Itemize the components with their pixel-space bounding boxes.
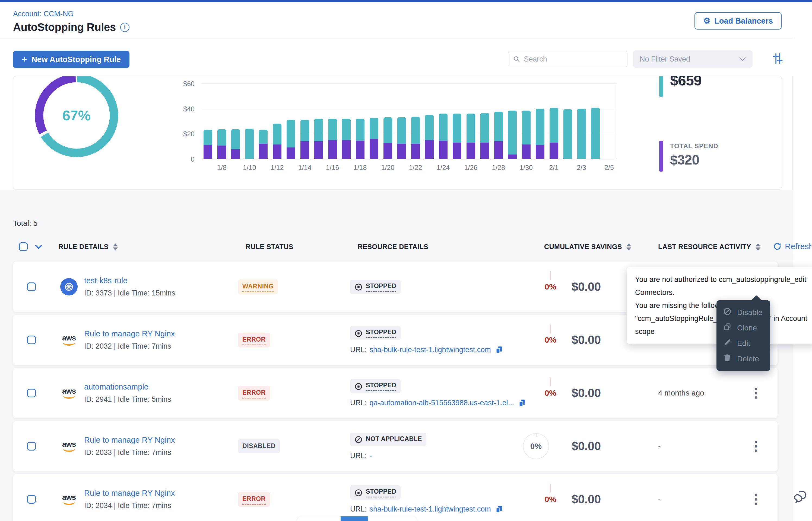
row-checkbox[interactable] [27, 336, 36, 344]
url-label: URL: [350, 505, 367, 514]
row-checkbox[interactable] [27, 282, 36, 291]
account-breadcrumb[interactable]: Account: CCM-NG [13, 10, 74, 18]
x-axis-tick: 2/1 [549, 164, 558, 172]
resource-state-badge: STOPPED [350, 379, 401, 393]
new-autostopping-rule-button[interactable]: + New AutoStopping Rule [13, 51, 129, 68]
pagination-active-page[interactable] [341, 516, 368, 521]
rule-name-link[interactable]: Rule to manage RY Nginx [84, 436, 175, 445]
stacked-bar-1/29 [508, 111, 517, 159]
x-axis-tick: 1/20 [381, 164, 394, 172]
stacked-bar-1/21 [397, 117, 406, 159]
pagination-bar [297, 516, 416, 521]
savings-percentage-label: 67% [32, 76, 121, 160]
filter-panel-button[interactable] [771, 52, 784, 65]
load-balancers-button[interactable]: ⚙ Load Balancers [695, 12, 782, 29]
url-label: URL: [350, 399, 367, 407]
row-checkbox[interactable] [27, 495, 36, 504]
menu-item-delete[interactable]: Delete [717, 351, 770, 366]
rule-status-badge: WARNING [238, 279, 278, 294]
resource-url-link[interactable]: - [370, 452, 372, 460]
stacked-bar-1/12 [273, 123, 281, 159]
savings-percent: 0% [545, 335, 556, 344]
savings-percent: 0% [523, 433, 549, 459]
column-header-last-resource-activity[interactable]: LAST RESOURCE ACTIVITY [658, 243, 761, 251]
sort-icon[interactable] [755, 244, 761, 250]
row-menu-kebab[interactable] [750, 493, 761, 506]
row-checkbox[interactable] [27, 442, 36, 451]
stacked-bar-1/18 [356, 119, 364, 159]
table-header-row: RULE DETAILSRULE STATUSRESOURCE DETAILSC… [0, 240, 793, 257]
stacked-bar-1/20 [383, 117, 392, 159]
copy-icon[interactable] [495, 346, 503, 354]
savings-amount: $0.00 [572, 386, 601, 400]
page-title: AutoStopping Rules [13, 21, 116, 33]
rule-name-link[interactable]: Rule to manage RY Nginx [84, 489, 175, 498]
resource-url-row: URL:- [350, 452, 372, 460]
row-checkbox[interactable] [27, 389, 36, 398]
y-axis-tick: $20 [175, 130, 195, 138]
saved-filter-dropdown[interactable]: No Filter Saved [633, 50, 752, 68]
copy-icon[interactable] [495, 505, 503, 514]
x-axis-tick: 1/28 [492, 164, 505, 172]
stacked-bar-1/9 [231, 129, 240, 159]
row-menu-kebab[interactable] [750, 440, 761, 453]
stacked-bar-1/24 [439, 114, 448, 159]
stopped-icon [355, 383, 363, 391]
select-all-checkbox[interactable] [19, 242, 28, 251]
resource-url-row: URL:qa-automation-alb-515563988.us-east-… [350, 399, 526, 407]
row-menu-kebab[interactable] [750, 387, 761, 400]
rule-status-badge: DISABLED [238, 439, 280, 453]
sort-icon[interactable] [113, 244, 118, 250]
y-axis-tick: $60 [175, 80, 195, 88]
chat-bubbles-icon [794, 490, 808, 504]
savings-amount: $0.00 [572, 493, 601, 506]
sort-icon[interactable] [626, 244, 631, 250]
resource-url-link[interactable]: qa-automation-alb-515563988.us-east-1.el… [370, 399, 514, 407]
rule-name-link[interactable]: automationsample [84, 383, 148, 391]
delete-icon [723, 354, 732, 364]
resource-url-link[interactable]: sha-bulk-rule-test-1.lightwingtest.com [370, 346, 491, 354]
total-spend-value: $320 [670, 152, 718, 168]
savings-amount: $0.00 [572, 439, 601, 453]
refresh-icon [773, 242, 782, 251]
help-chat-button[interactable] [794, 490, 809, 505]
stacked-bar-1/7 [204, 130, 212, 159]
stacked-bar-1/26 [467, 114, 475, 159]
stacked-bar-1/28 [494, 112, 503, 159]
menu-item-disable[interactable]: Disable [717, 305, 770, 320]
select-menu-chevron-icon[interactable] [35, 245, 42, 250]
kubernetes-icon [60, 278, 78, 295]
resource-url-link[interactable]: sha-bulk-rule-test-1.lightwingtest.com [370, 505, 491, 514]
x-axis-tick: 1/22 [409, 164, 422, 172]
table-row: awsautomationsampleID: 2941 | Idle Time:… [13, 368, 777, 418]
x-axis-tick: 1/26 [464, 164, 478, 172]
stacked-bar-1/22 [411, 117, 420, 159]
search-icon [513, 55, 520, 63]
toolbar: + New AutoStopping Rule No Filter Saved [0, 38, 793, 76]
search-input[interactable] [524, 55, 622, 63]
edit-icon [723, 338, 732, 348]
stacked-bar-1/19 [370, 118, 378, 159]
refresh-button[interactable]: Refresh [773, 242, 812, 251]
last-activity: - [658, 474, 661, 521]
tooltip-line: You are not authorized to ccm_autostoppi… [635, 273, 809, 299]
stacked-bar-1/17 [342, 119, 351, 159]
info-icon[interactable]: i [120, 23, 129, 32]
stacked-bar-1/10 [245, 129, 254, 159]
rule-name-link[interactable]: Rule to manage RY Nginx [84, 330, 175, 338]
table-row: awsRule to manage RY NginxID: 2034 | Idl… [13, 474, 777, 521]
resource-state-badge: STOPPED [350, 280, 401, 294]
column-header-cumulative-savings[interactable]: CUMULATIVE SAVINGS [544, 243, 631, 251]
column-header-rule-details[interactable]: RULE DETAILS [58, 243, 118, 251]
savings-percent: 0% [545, 282, 556, 291]
menu-item-clone[interactable]: Clone [717, 320, 770, 336]
resource-url-row: URL:sha-bulk-rule-test-1.lightwingtest.c… [350, 505, 503, 514]
rule-name-link[interactable]: test-k8s-rule [84, 276, 128, 285]
stacked-bar-1/14 [300, 120, 309, 159]
stopped-icon [355, 330, 363, 338]
url-label: URL: [350, 452, 367, 460]
row-context-menu: DisableCloneEditDelete [717, 300, 770, 371]
savings-amount: $0.00 [572, 333, 601, 347]
stopped-icon [355, 489, 363, 497]
menu-item-edit[interactable]: Edit [717, 336, 770, 351]
